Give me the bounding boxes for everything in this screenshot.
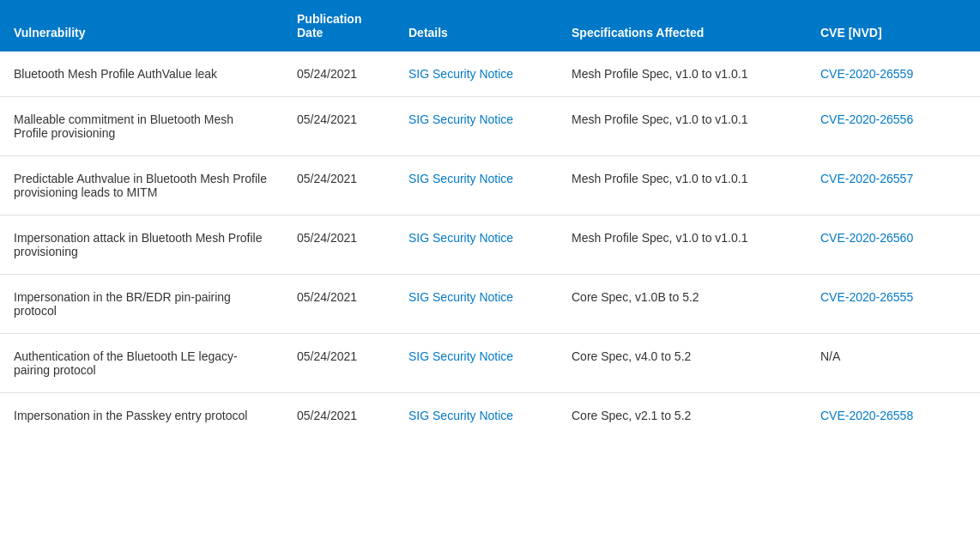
- cell-cve[interactable]: CVE-2020-26558: [807, 393, 980, 439]
- vulnerability-table-container: Vulnerability Publication Date Details S…: [0, 0, 980, 546]
- cell-details[interactable]: SIG Security Notice: [395, 334, 558, 393]
- cell-details[interactable]: SIG Security Notice: [395, 52, 558, 97]
- cve-link[interactable]: CVE-2020-26557: [820, 172, 913, 185]
- table-row: Authentication of the Bluetooth LE legac…: [0, 334, 980, 393]
- header-cve: CVE [NVD]: [807, 0, 980, 52]
- cell-vulnerability: Bluetooth Mesh Profile AuthValue leak: [0, 52, 283, 97]
- table-header-row: Vulnerability Publication Date Details S…: [0, 0, 980, 52]
- cve-link[interactable]: CVE-2020-26560: [820, 231, 913, 245]
- cell-publication-date: 05/24/2021: [283, 97, 395, 156]
- cell-vulnerability: Impersonation attack in Bluetooth Mesh P…: [0, 215, 283, 275]
- cell-details[interactable]: SIG Security Notice: [395, 97, 558, 156]
- header-details: Details: [395, 0, 558, 52]
- cell-publication-date: 05/24/2021: [283, 275, 395, 334]
- details-link[interactable]: SIG Security Notice: [408, 172, 513, 185]
- cell-specifications-affected: Mesh Profile Spec, v1.0 to v1.0.1: [558, 156, 807, 215]
- cell-publication-date: 05/24/2021: [283, 52, 395, 97]
- details-link[interactable]: SIG Security Notice: [408, 409, 513, 422]
- details-link[interactable]: SIG Security Notice: [408, 349, 513, 363]
- cell-vulnerability: Malleable commitment in Bluetooth Mesh P…: [0, 97, 283, 156]
- table-row: Impersonation in the Passkey entry proto…: [0, 393, 980, 439]
- cell-details[interactable]: SIG Security Notice: [395, 393, 558, 439]
- cell-details[interactable]: SIG Security Notice: [395, 275, 558, 334]
- header-publication-date: Publication Date: [283, 0, 395, 52]
- table-row: Impersonation in the BR/EDR pin-pairing …: [0, 275, 980, 334]
- details-link[interactable]: SIG Security Notice: [408, 112, 513, 126]
- cell-specifications-affected: Core Spec, v1.0B to 5.2: [558, 275, 807, 334]
- cell-publication-date: 05/24/2021: [283, 334, 395, 393]
- table-row: Impersonation attack in Bluetooth Mesh P…: [0, 215, 980, 275]
- table-row: Malleable commitment in Bluetooth Mesh P…: [0, 97, 980, 156]
- cve-link[interactable]: CVE-2020-26555: [820, 290, 913, 304]
- cell-cve[interactable]: CVE-2020-26559: [807, 52, 980, 97]
- details-link[interactable]: SIG Security Notice: [408, 67, 513, 81]
- table-row: Bluetooth Mesh Profile AuthValue leak05/…: [0, 52, 980, 97]
- cell-vulnerability: Predictable Authvalue in Bluetooth Mesh …: [0, 156, 283, 215]
- cell-vulnerability: Authentication of the Bluetooth LE legac…: [0, 334, 283, 393]
- cve-link[interactable]: CVE-2020-26556: [820, 112, 913, 126]
- cell-specifications-affected: Mesh Profile Spec, v1.0 to v1.0.1: [558, 215, 807, 275]
- cell-cve[interactable]: CVE-2020-26557: [807, 156, 980, 215]
- cell-cve[interactable]: CVE-2020-26555: [807, 275, 980, 334]
- cell-details[interactable]: SIG Security Notice: [395, 156, 558, 215]
- cell-details[interactable]: SIG Security Notice: [395, 215, 558, 275]
- cell-cve[interactable]: CVE-2020-26560: [807, 215, 980, 275]
- details-link[interactable]: SIG Security Notice: [408, 290, 513, 304]
- table-row: Predictable Authvalue in Bluetooth Mesh …: [0, 156, 980, 215]
- cell-publication-date: 05/24/2021: [283, 156, 395, 215]
- cell-specifications-affected: Mesh Profile Spec, v1.0 to v1.0.1: [558, 97, 807, 156]
- cell-publication-date: 05/24/2021: [283, 215, 395, 275]
- cell-vulnerability: Impersonation in the BR/EDR pin-pairing …: [0, 275, 283, 334]
- cell-specifications-affected: Mesh Profile Spec, v1.0 to v1.0.1: [558, 52, 807, 97]
- cell-publication-date: 05/24/2021: [283, 393, 395, 439]
- cell-specifications-affected: Core Spec, v2.1 to 5.2: [558, 393, 807, 439]
- cell-specifications-affected: Core Spec, v4.0 to 5.2: [558, 334, 807, 393]
- cell-cve[interactable]: CVE-2020-26556: [807, 97, 980, 156]
- header-vulnerability: Vulnerability: [0, 0, 283, 52]
- details-link[interactable]: SIG Security Notice: [408, 231, 513, 245]
- cve-link[interactable]: CVE-2020-26558: [820, 409, 913, 422]
- cell-cve: N/A: [807, 334, 980, 393]
- cve-link[interactable]: CVE-2020-26559: [820, 67, 913, 81]
- header-specifications-affected: Specifications Affected: [558, 0, 807, 52]
- cell-vulnerability: Impersonation in the Passkey entry proto…: [0, 393, 283, 439]
- vulnerability-table: Vulnerability Publication Date Details S…: [0, 0, 980, 438]
